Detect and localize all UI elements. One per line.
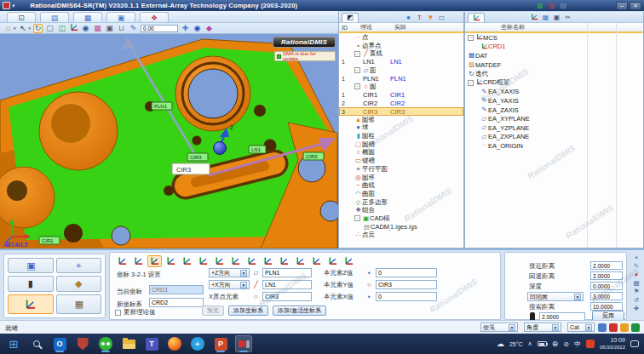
align-method-12-button[interactable]: [293, 255, 308, 267]
checkbox-box[interactable]: [115, 310, 121, 316]
element-value-field[interactable]: [376, 292, 437, 301]
feature-row-CIR3[interactable]: 3CIR3CIR3: [339, 107, 463, 116]
rotate-view-button[interactable]: ↻: [33, 24, 43, 33]
status-select-3[interactable]: Cat▼: [567, 323, 595, 332]
direction-select[interactable]: +Z方向▼: [209, 268, 250, 277]
ime-indicator[interactable]: 中: [574, 340, 581, 349]
audio-muted-icon[interactable]: ⊘: [563, 340, 569, 348]
taskbar-app-start[interactable]: ⊞: [5, 335, 22, 352]
chevron-down-icon[interactable]: ▼: [552, 324, 559, 331]
align-method-10-button[interactable]: [261, 255, 275, 267]
record-red-button[interactable]: [609, 323, 618, 332]
paint-bucket-button[interactable]: ◆: [204, 24, 214, 33]
taskbar-app-defender[interactable]: [74, 335, 91, 352]
network-icon[interactable]: ⊕: [552, 340, 559, 348]
taskbar-app-search[interactable]: [28, 335, 45, 352]
expand-icon[interactable]: -: [354, 67, 360, 73]
machine-model-button[interactable]: ▦: [56, 294, 102, 314]
field-value[interactable]: [590, 302, 623, 311]
field-value[interactable]: [590, 261, 623, 270]
chevron-down-icon[interactable]: ▼: [240, 282, 247, 288]
feature-label-cir3[interactable]: CIR3: [187, 153, 208, 161]
feature-row-组合[interactable]: ❖组合: [339, 206, 463, 214]
chevron-down-icon[interactable]: ▼: [574, 294, 581, 300]
align-method-7-button[interactable]: [212, 255, 227, 267]
home-caret-icon[interactable]: ▾: [14, 26, 16, 31]
delete-trash-button[interactable]: ⊔: [117, 24, 126, 33]
side-edit-button[interactable]: ✎: [633, 262, 641, 270]
align-method-15-button[interactable]: [342, 255, 356, 267]
expand-icon[interactable]: -: [354, 51, 360, 57]
colors-tab[interactable]: ❖: [140, 12, 169, 22]
feature-row-曲线[interactable]: ~曲线: [339, 181, 463, 190]
viewport-3d[interactable]: 2 PLN1 CIR3 LN1 CIR2 CIR1: [0, 34, 338, 248]
taskbar-app-teams[interactable]: T: [143, 335, 160, 352]
render-image-button[interactable]: ▦: [93, 24, 102, 33]
document-tab[interactable]: ▤: [40, 12, 69, 22]
status-select-2[interactable]: 角度▼: [524, 323, 561, 332]
surface-type-select[interactable]: 凹陷面▼: [527, 292, 584, 301]
minimize-button[interactable]: –: [616, 2, 628, 10]
probe-link-icon[interactable]: ▤: [560, 2, 566, 9]
taskbar-app-outlook[interactable]: O: [51, 335, 68, 352]
feature-row-边界点[interactable]: •边界点: [339, 42, 463, 50]
orbit-ball-button[interactable]: ◉: [193, 24, 202, 33]
probe-paint-button[interactable]: ✎: [129, 24, 138, 33]
table-tab[interactable]: ▦: [73, 12, 102, 22]
display-link-icon[interactable]: ▥: [549, 2, 555, 9]
chevron-down-icon[interactable]: ▼: [240, 270, 247, 277]
axes-triad-button[interactable]: [69, 24, 78, 33]
direction-select[interactable]: +X方向▼: [209, 280, 250, 289]
weather-icon[interactable]: ☁: [497, 340, 504, 348]
feature-row-椭圆[interactable]: ○椭圆: [339, 149, 463, 157]
coord-tab[interactable]: [468, 13, 485, 22]
close-button[interactable]: ×: [630, 2, 641, 10]
probe-body-button[interactable]: ▮: [8, 276, 54, 291]
taskbar-clock[interactable]: 10:09 06/30/2022: [600, 337, 625, 351]
feature-row-圆环[interactable]: ◎圆环: [339, 174, 463, 182]
side-target-button[interactable]: ⌖: [633, 254, 641, 261]
home-button[interactable]: ⌂: [3, 24, 13, 33]
view-layout-button[interactable]: [598, 323, 607, 332]
pan-cross-button[interactable]: ✚: [181, 24, 190, 33]
element-value-field[interactable]: [376, 280, 437, 289]
element-value-field[interactable]: [376, 268, 437, 277]
chevron-down-icon[interactable]: ▼: [509, 324, 515, 331]
feature-row-圆柱[interactable]: ▮圆柱: [339, 132, 463, 140]
notification-center-icon[interactable]: [630, 340, 639, 347]
alert-icon[interactable]: [586, 340, 595, 348]
feature-row-点云[interactable]: ∴点云: [339, 231, 463, 240]
probe-hand-button[interactable]: ◆: [56, 276, 102, 291]
align-method-13-button[interactable]: [309, 255, 324, 267]
feature-label-pln1[interactable]: PLN1: [152, 102, 172, 110]
expand-icon[interactable]: -: [354, 83, 360, 89]
feature-row-曲面[interactable]: ◠曲面: [339, 190, 463, 198]
status-select-1[interactable]: 便笺▼: [480, 323, 518, 332]
grid-small-button[interactable]: ▦: [542, 14, 549, 21]
field-value[interactable]: [590, 282, 623, 290]
battery-icon[interactable]: [538, 341, 547, 346]
chevron-down-icon[interactable]: ▼: [585, 324, 592, 331]
side-flag-button[interactable]: ⚑: [633, 288, 641, 295]
feature-row-直线[interactable]: -╱直线: [339, 49, 463, 58]
visibility-eye-button[interactable]: ◉: [81, 24, 90, 33]
feature-row-LN1[interactable]: 1LN1LN1: [339, 58, 463, 66]
tray-expand-icon[interactable]: ∧: [528, 340, 532, 347]
zoom-value-field[interactable]: [141, 25, 178, 32]
align-method-3-button[interactable]: [147, 255, 162, 267]
feature-row-CIR1[interactable]: 1CIR1CIR1: [339, 91, 463, 100]
probe-cube-button[interactable]: ▣: [8, 258, 54, 273]
feature-row-PLN1[interactable]: 1PLN1PLN1: [339, 74, 463, 83]
feature-row-CADM_1[interactable]: ▤CADM_11.iges.igs: [339, 223, 463, 231]
taskbar-app-telegram[interactable]: ✈: [189, 335, 206, 352]
align-method-1-button[interactable]: [115, 255, 129, 267]
machine-link-icon[interactable]: ▦: [537, 2, 543, 9]
new-coord-field[interactable]: [149, 298, 204, 307]
align-method-8-button[interactable]: [228, 255, 243, 267]
coord-axes-button[interactable]: [8, 294, 54, 314]
menu-dropdown-icon[interactable]: ▾: [12, 3, 15, 9]
feature-row-点[interactable]: ·点: [339, 33, 463, 42]
probe-arm-button[interactable]: ⌖: [56, 258, 102, 273]
element-field[interactable]: [262, 268, 312, 277]
feature-row-CIR2[interactable]: 2CIR2CIR2: [339, 100, 463, 108]
